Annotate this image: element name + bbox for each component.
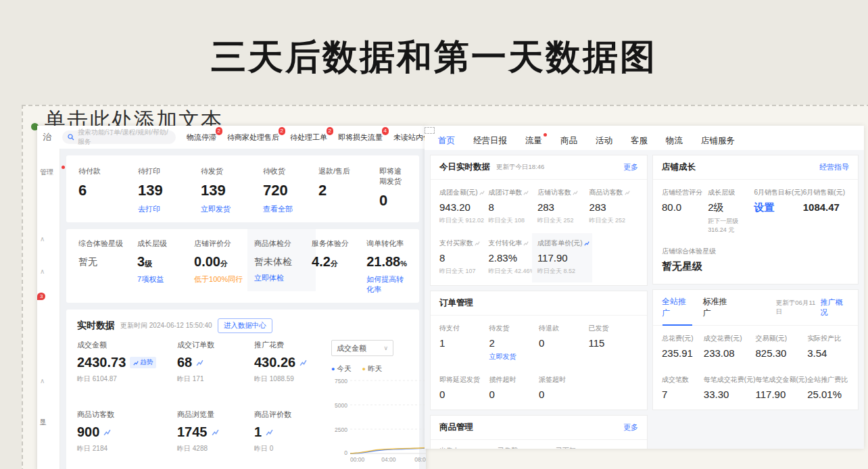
nav-label: 物流停滞 xyxy=(187,133,216,141)
rate-value: 4.2分 xyxy=(312,254,366,270)
todo-label: 待打印 xyxy=(138,166,201,176)
order-delivery-timeout: 派签超时 0 xyxy=(539,375,589,400)
realtime-updated: 更新时间 2024-06-12 15:50:40 xyxy=(120,321,212,330)
todo-to-print: 待打印 139 去打印 xyxy=(138,166,201,214)
left-topbar: 治 搜索功能/订单/课程/规则/帮助/服务 物流停滞 2 待商家处理售后 2 待… xyxy=(37,126,426,149)
trend-icon xyxy=(584,241,589,246)
section-title: 商品管理 xyxy=(439,422,473,433)
metric-avg-order-value: 成团客单价(元) 117.90 昨日全天 8.52 xyxy=(537,239,589,276)
order-delay-ship: 即将延迟发货 0 xyxy=(439,375,489,400)
rate-label: 综合体验星级 xyxy=(78,239,137,249)
trend-icon xyxy=(523,190,529,195)
chevron-down-icon: ∨ xyxy=(383,345,388,351)
nav-logistics-stalled[interactable]: 物流停滞 2 xyxy=(187,132,216,143)
series-昨天 xyxy=(350,443,426,453)
sidebar-glyph: 垦 xyxy=(40,418,47,427)
order-pending-pay: 待支付 1 xyxy=(439,324,489,362)
more-link[interactable]: 更多 xyxy=(623,162,638,172)
tab-daily-report[interactable]: 经营日报 xyxy=(473,135,507,147)
tab-traffic[interactable]: 流量 xyxy=(525,135,542,147)
tab-sitewide-promo[interactable]: 全站推广 xyxy=(662,296,693,319)
search-placeholder: 搜索功能/订单/课程/规则/帮助/服务 xyxy=(78,128,170,147)
trend-icon[interactable] xyxy=(196,359,203,366)
growth-sales-target: 6月销售目标(元) 设置 xyxy=(754,188,803,234)
data-center-button[interactable]: 进入数据中心 xyxy=(218,318,272,333)
rate-star-level: 综合体验星级 暂无 xyxy=(78,239,137,295)
trend-icon[interactable] xyxy=(103,428,111,436)
todo-overdue-ship: 即将逾期发货 0 xyxy=(379,166,407,214)
rate-service-score: 服务体验分 4.2分 xyxy=(312,239,366,295)
nav-label: 即将损失流量 xyxy=(338,133,383,141)
metric-gmv: 成交金额 2430.73 趋势 昨日 6104.87 xyxy=(77,340,177,395)
trend-icon xyxy=(479,190,485,195)
section-updated: 更新于今日18:46 xyxy=(496,163,544,172)
tab-activities[interactable]: 活动 xyxy=(596,135,612,147)
metric-product-reviews: 商品评价数 1 昨日 0 xyxy=(254,410,329,464)
badge: 2 xyxy=(327,127,333,135)
rights-link[interactable]: 7项权益 xyxy=(137,274,194,285)
chart-canvas xyxy=(350,378,426,455)
dashed-selection-icon xyxy=(425,127,435,134)
trend-icon[interactable] xyxy=(266,428,273,436)
sidebar-badge: 3 xyxy=(37,292,45,299)
tab-products[interactable]: 商品 xyxy=(560,135,577,147)
search-input[interactable]: 搜索功能/订单/课程/规则/帮助/服务 xyxy=(62,130,176,144)
todo-value: 2 xyxy=(318,182,379,199)
realtime-metrics: 成交金额 2430.73 趋势 昨日 6104.87 成交订单数 68 昨日 1… xyxy=(77,340,329,464)
rate-value: 21.88% xyxy=(366,254,407,270)
page-title: 三天后数据和第一天数据图 xyxy=(0,34,868,81)
metric-select[interactable]: 成交金额 ∨ xyxy=(331,340,393,356)
ship-now-link[interactable]: 立即发货 xyxy=(489,352,539,362)
nav-pending-aftersales[interactable]: 待商家处理售后 2 xyxy=(227,132,279,143)
rate-shop-score: 店铺评价分 0.00分 低于100%同行 xyxy=(194,239,254,295)
tab-customer-service[interactable]: 客服 xyxy=(631,135,648,147)
section-title: 今日实时数据 xyxy=(439,162,490,173)
growth-sales-amount: 6月销售额(元) 1084.47 xyxy=(803,188,849,234)
more-link[interactable]: 更多 xyxy=(623,422,638,433)
trend-icon xyxy=(573,190,578,195)
trend-badge[interactable]: 趋势 xyxy=(130,357,156,368)
go-print-link[interactable]: 去打印 xyxy=(138,204,201,214)
ship-now-link[interactable]: 立即发货 xyxy=(201,204,263,214)
trend-icon[interactable] xyxy=(212,428,219,436)
trend-icon xyxy=(523,241,529,246)
tab-home[interactable]: 首页 xyxy=(438,135,455,147)
nav-label: 待处理工单 xyxy=(290,133,327,141)
nav-pending-tickets[interactable]: 待处理工单 2 xyxy=(290,132,327,143)
set-target-link[interactable]: 设置 xyxy=(754,201,803,214)
guidance-link[interactable]: 经营指导 xyxy=(819,162,849,172)
chevron-up-icon[interactable]: ∧ xyxy=(40,235,45,243)
metric-product-views: 商品浏览量 1745 昨日 4288 xyxy=(177,410,254,464)
tab-shop-services[interactable]: 店铺服务 xyxy=(701,135,735,147)
search-icon xyxy=(68,134,74,141)
todo-value: 720 xyxy=(263,182,318,199)
rate-value: 暂无 xyxy=(78,256,137,268)
tab-standard-promo[interactable]: 标准推广 xyxy=(702,296,733,319)
badge: 2 xyxy=(279,127,285,135)
tab-logistics[interactable]: 物流 xyxy=(666,135,683,147)
promo-overview-link[interactable]: 推广概况 xyxy=(820,297,849,318)
promo-spend-per-deal: 每笔成交花费(元) 33.30 xyxy=(704,375,756,400)
trend-icon xyxy=(625,190,630,195)
improve-conversion-link[interactable]: 如何提高转化率 xyxy=(366,274,407,295)
check-now-link[interactable]: 立即体检 xyxy=(254,273,312,283)
todo-value: 139 xyxy=(201,182,263,199)
trend-icon xyxy=(475,241,480,246)
below-peers-link[interactable]: 低于100%同行 xyxy=(194,274,254,285)
sidebar-item-label: 管理 xyxy=(40,168,53,176)
chevron-up-icon[interactable]: ∧ xyxy=(40,377,45,385)
trend-icon[interactable] xyxy=(299,359,307,366)
logo-fragment: 治 xyxy=(43,131,51,143)
shop-growth-section: 店铺成长 经营指导 店铺经营评分 80.0 成长层级 2级 距下一层级 316.… xyxy=(652,155,859,285)
rate-value: 3级 xyxy=(137,254,194,270)
todo-pending-payment: 待付款 6 xyxy=(78,166,138,214)
view-all-link[interactable]: 查看全部 xyxy=(263,204,318,214)
chevron-up-icon[interactable]: ∧ xyxy=(40,268,45,275)
todo-value: 6 xyxy=(78,182,138,199)
clipped-row: 出售中 已售罄 已下架 xyxy=(431,440,647,449)
nav-traffic-loss[interactable]: 即将损失流量 4 xyxy=(338,132,383,143)
left-dashboard-screenshot: 治 搜索功能/订单/课程/规则/帮助/服务 物流停滞 2 待商家处理售后 2 待… xyxy=(37,126,426,469)
section-title: 订单管理 xyxy=(439,297,473,309)
metric-shop-visitors: 店铺访客数 283 昨日全天 252 xyxy=(537,188,589,225)
rate-inquiry-conversion: 询单转化率 21.88% 如何提高转化率 xyxy=(366,239,407,295)
